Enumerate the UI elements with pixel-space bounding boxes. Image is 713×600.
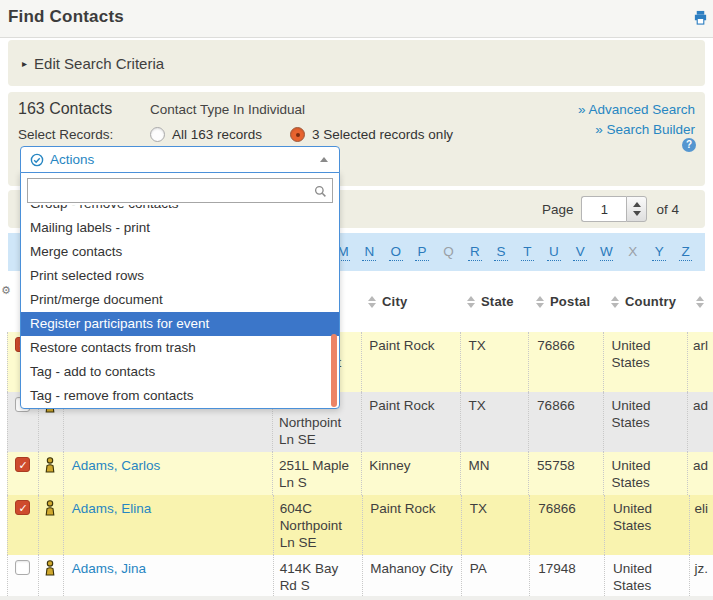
country-cell: United States bbox=[603, 452, 687, 495]
address-line: 604C bbox=[280, 500, 358, 517]
sort-up-icon bbox=[536, 296, 544, 301]
gear-icon[interactable]: ⚙ bbox=[1, 284, 11, 297]
action-menu-item[interactable]: Merge contacts bbox=[21, 240, 339, 264]
select-records-label: Select Records: bbox=[18, 127, 150, 142]
individual-contact-icon bbox=[44, 457, 56, 477]
find-contacts-page: Find Contacts ▸ Edit Search Criteria 163… bbox=[0, 0, 713, 600]
search-builder-link[interactable]: » Search Builder bbox=[578, 120, 695, 140]
radio-all-records-control[interactable] bbox=[150, 127, 165, 142]
alpha-letter-Y[interactable]: Y bbox=[652, 244, 666, 261]
page-label: Page bbox=[542, 202, 574, 217]
sort-icon[interactable] bbox=[536, 296, 544, 308]
sort-down-icon bbox=[467, 303, 475, 308]
radio-selected-records[interactable]: 3 Selected records only bbox=[290, 127, 453, 142]
checkbox-cell bbox=[7, 555, 38, 598]
alpha-letter-W[interactable]: W bbox=[600, 244, 614, 261]
row-checkbox[interactable] bbox=[15, 457, 30, 472]
state-cell: TX bbox=[461, 495, 530, 555]
page-title: Find Contacts bbox=[8, 7, 124, 27]
action-menu-item[interactable]: Tag - add to contacts bbox=[21, 360, 339, 384]
column-header: Country bbox=[607, 294, 692, 309]
alpha-letter-Z[interactable]: Z bbox=[679, 244, 693, 261]
radio-selected-records-control[interactable] bbox=[290, 127, 305, 142]
alpha-letter-T[interactable]: T bbox=[521, 244, 535, 261]
address-line: Northpoint bbox=[279, 414, 356, 431]
sort-down-icon bbox=[368, 303, 376, 308]
checkbox-cell bbox=[7, 495, 38, 555]
alpha-letter-N[interactable]: N bbox=[362, 244, 376, 261]
sort-icon[interactable] bbox=[467, 296, 475, 308]
address-line: 414K Bay bbox=[280, 560, 358, 577]
print-icon[interactable] bbox=[693, 10, 709, 26]
action-menu-item[interactable]: Restore contacts from trash bbox=[21, 336, 339, 360]
row-checkbox[interactable] bbox=[15, 500, 30, 515]
action-menu-item[interactable]: Print selected rows bbox=[21, 264, 339, 288]
state-cell: MN bbox=[460, 452, 529, 495]
edit-search-criteria-accordion[interactable]: ▸ Edit Search Criteria bbox=[8, 40, 705, 86]
address-cell: 414K BayRd S bbox=[273, 555, 363, 598]
city-cell: Paint Rock bbox=[361, 332, 459, 392]
contact-name-link[interactable]: Adams, Carlos bbox=[72, 458, 161, 473]
column-header-label: State bbox=[481, 294, 514, 309]
contact-name-link[interactable]: Adams, Elina bbox=[72, 501, 152, 516]
postal-cell: 55758 bbox=[528, 452, 602, 495]
column-header-label: Postal bbox=[550, 294, 590, 309]
radio-all-records-label: All 163 records bbox=[172, 127, 262, 142]
email-cell: jz. bbox=[689, 555, 713, 598]
actions-dropdown-button[interactable]: Actions bbox=[20, 146, 340, 173]
alpha-letter-O[interactable]: O bbox=[389, 244, 403, 261]
actions-menu: Group - remove contactsMailing labels - … bbox=[21, 205, 339, 405]
column-header-label: Country bbox=[625, 294, 676, 309]
alpha-letter-P[interactable]: P bbox=[415, 244, 429, 261]
actions-dropdown-panel: Group - remove contactsMailing labels - … bbox=[20, 172, 340, 409]
city-cell: Paint Rock bbox=[362, 495, 460, 555]
name-cell: Adams, Elina bbox=[63, 495, 273, 555]
contact-name-link[interactable]: Adams, Jina bbox=[72, 561, 146, 576]
dropdown-scrollbar[interactable] bbox=[331, 334, 337, 407]
postal-cell: 76866 bbox=[529, 495, 604, 555]
action-menu-item[interactable]: Mailing labels - print bbox=[21, 216, 339, 240]
individual-contact-icon bbox=[44, 500, 56, 520]
action-menu-item[interactable]: Register participants for event bbox=[21, 312, 339, 336]
country-cell: United States bbox=[604, 495, 689, 555]
individual-contact-icon bbox=[44, 560, 56, 580]
actions-search-input[interactable] bbox=[27, 178, 333, 203]
sort-icon[interactable] bbox=[368, 296, 376, 308]
sort-icon[interactable] bbox=[611, 296, 619, 308]
sort-up-icon bbox=[696, 296, 704, 301]
advanced-search-link[interactable]: » Advanced Search bbox=[578, 100, 695, 120]
contact-count: 163 Contacts bbox=[18, 100, 150, 118]
sort-up-icon bbox=[368, 296, 376, 301]
city-cell: Mahanoy City bbox=[362, 555, 460, 598]
help-icon[interactable]: ? bbox=[682, 138, 696, 152]
search-icon bbox=[314, 184, 327, 202]
email-cell: ad bbox=[687, 452, 713, 495]
sort-icon[interactable] bbox=[696, 296, 704, 308]
action-menu-item[interactable]: Print/merge document bbox=[21, 288, 339, 312]
alpha-letter-R[interactable]: R bbox=[468, 244, 482, 261]
row-checkbox[interactable] bbox=[15, 560, 30, 575]
name-cell: Adams, Carlos bbox=[63, 452, 272, 495]
spinner-up-icon[interactable] bbox=[633, 202, 641, 207]
actions-dropdown-label: Actions bbox=[50, 152, 320, 167]
alpha-letter-Q: Q bbox=[442, 244, 456, 261]
alpha-letter-U[interactable]: U bbox=[547, 244, 561, 261]
caret-right-icon: ▸ bbox=[22, 58, 27, 69]
action-menu-item[interactable]: Tag - remove from contacts bbox=[21, 384, 339, 405]
contact-type-cell bbox=[38, 495, 63, 555]
name-cell: Adams, Jina bbox=[63, 555, 273, 598]
spinner-down-icon[interactable] bbox=[633, 211, 641, 216]
page-number-input[interactable] bbox=[581, 196, 626, 222]
page-spinner[interactable] bbox=[626, 196, 647, 222]
postal-cell: 76866 bbox=[528, 392, 602, 452]
radio-all-records[interactable]: All 163 records bbox=[150, 127, 262, 142]
alpha-letter-V[interactable]: V bbox=[573, 244, 587, 261]
contact-type-cell bbox=[38, 452, 63, 495]
country-cell: United States bbox=[603, 332, 687, 392]
table-row: Adams, Elina604CNorthpointLn SEPaint Roc… bbox=[7, 495, 713, 555]
alpha-letter-S[interactable]: S bbox=[494, 244, 508, 261]
country-cell: United States bbox=[603, 392, 687, 452]
action-menu-item[interactable]: Group - remove contacts bbox=[21, 205, 339, 216]
alpha-letter-X: X bbox=[626, 244, 640, 261]
sort-down-icon bbox=[611, 303, 619, 308]
